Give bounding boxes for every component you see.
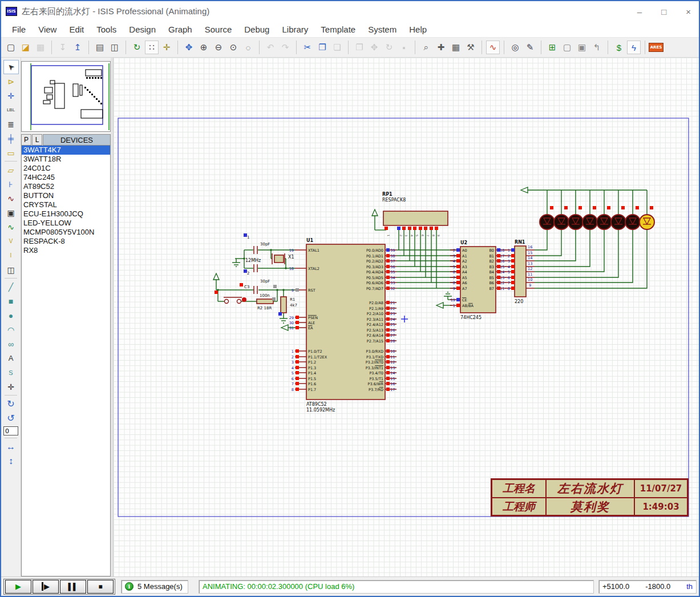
paste-icon: ❏ [330,41,344,54]
stop-button[interactable]: ■ [87,580,114,594]
make-device-icon[interactable]: ✚ [434,41,448,54]
maximize-button[interactable]: □ [661,7,666,17]
subcircuit-tool-icon[interactable]: ▭ [3,146,19,160]
2d-box-tool-icon[interactable]: ■ [3,294,19,308]
2d-circle-tool-icon[interactable]: ● [3,308,19,322]
design-explorer-icon[interactable]: ⊞ [545,41,559,54]
zoom-area-icon[interactable]: ◌ [241,41,255,54]
menu-item-file[interactable]: File [6,22,32,37]
pause-button[interactable]: ▌▌ [60,580,86,594]
device-list-item[interactable]: CRYSTAL [22,200,110,209]
zoom-all-icon[interactable]: ⊙ [226,41,240,54]
svg-text:10: 10 [390,349,395,354]
svg-text:6: 6 [453,270,455,275]
pan-icon[interactable]: ✥ [182,41,196,54]
erc-icon[interactable]: ϟ [627,41,641,54]
flip-horizontal-icon[interactable]: ↔ [3,439,19,454]
menu-item-tools[interactable]: Tools [90,22,123,37]
schematic-canvas[interactable]: U1AT89C5211.0592MHzXTAL119XTAL218RST9PSE… [114,58,699,576]
device-pin-tool-icon[interactable]: ⊦ [3,177,19,191]
2d-text-tool-icon[interactable]: A [3,351,19,365]
step-button[interactable]: ▶ [33,580,59,594]
component-tool-icon[interactable]: ⊳ [3,74,19,88]
device-list-item[interactable]: AT89C52 [22,182,110,191]
2d-symbol-tool-icon[interactable]: S [3,365,19,380]
2d-path-tool-icon[interactable]: ∞ [3,337,19,351]
device-list-item[interactable]: RX8 [22,246,110,255]
bill-of-materials-icon[interactable]: $ [612,41,626,54]
toggle-grid-icon[interactable]: ∷ [145,41,159,54]
graph-tool-icon[interactable]: ∿ [3,191,19,205]
device-list-item[interactable]: ECU-E1H300JCQ [22,209,110,219]
rotate-ccw-icon[interactable]: ↺ [3,411,19,425]
wire-autorouter-icon[interactable]: ∿ [486,41,500,54]
menu-item-template[interactable]: Template [314,22,362,37]
terminal-tool-icon[interactable]: ▱ [3,163,19,177]
zoom-out-icon[interactable]: ⊖ [212,41,225,54]
new-sheet-icon[interactable]: ▢ [560,41,574,54]
remove-sheet-icon[interactable]: ▣ [575,41,589,54]
current-probe-tool-icon[interactable]: I [3,248,19,263]
property-assignment-icon[interactable]: ✎ [523,41,537,54]
component-rn1[interactable]: RN122012345678 [505,240,526,304]
menu-item-system[interactable]: System [362,22,403,37]
component-u1[interactable]: U1AT89C5211.0592MHzXTAL119XTAL218RST9PSE… [289,238,396,413]
flip-vertical-icon[interactable]: ↕ [3,454,19,468]
play-button[interactable]: ▶ [5,580,31,594]
new-file-icon[interactable]: ▢ [4,41,18,54]
origin-icon[interactable]: ✛ [160,41,173,54]
message-counter[interactable]: i 5 Message(s) [121,580,188,594]
menu-item-view[interactable]: View [32,22,63,37]
2d-arc-tool-icon[interactable]: ◠ [3,322,19,337]
print-icon[interactable]: ▤ [93,41,107,54]
2d-line-tool-icon[interactable]: ╱ [3,280,19,294]
2d-marker-tool-icon[interactable]: ✛ [3,380,19,394]
menu-item-graph[interactable]: Graph [162,22,199,37]
export-section-icon[interactable]: ↥ [71,41,84,54]
zoom-in-icon[interactable]: ⊕ [197,41,211,54]
packaging-tool-icon[interactable]: ▦ [449,41,463,54]
menu-item-library[interactable]: Library [276,22,314,37]
open-file-icon[interactable]: ◪ [19,41,33,54]
menu-item-edit[interactable]: Edit [63,22,90,37]
rotate-cw-icon[interactable]: ↻ [3,397,19,411]
device-list-item[interactable]: MCMP0805Y5V100N [22,228,110,237]
menu-item-design[interactable]: Design [123,22,162,37]
menu-item-debug[interactable]: Debug [238,22,276,37]
decompose-icon[interactable]: ⚒ [464,41,478,54]
mark-output-area-icon[interactable]: ◫ [108,41,122,54]
device-list-item[interactable]: 74HC245 [22,173,110,182]
redraw-icon[interactable]: ↻ [130,41,144,54]
close-button[interactable]: × [686,7,691,17]
menu-item-help[interactable]: Help [403,22,433,37]
engineer-value: 莫利奖 [546,498,634,515]
search-tag-icon[interactable]: ◎ [508,41,522,54]
text-script-tool-icon[interactable]: ≣ [3,117,19,131]
device-list-item[interactable]: RESPACK-8 [22,237,110,246]
minimize-button[interactable]: – [637,7,642,17]
generator-tool-icon[interactable]: ∿ [3,220,19,234]
bus-tool-icon[interactable]: ╪ [3,131,19,146]
device-list-item[interactable]: LED-YELLOW [22,219,110,228]
tape-recorder-tool-icon[interactable]: ▣ [3,205,19,220]
component-u2[interactable]: U274HC245A02A13A24A35A46A57A68A79CE19AB/… [450,240,506,320]
virtual-instrument-tool-icon[interactable]: ◫ [3,263,19,277]
cut-icon[interactable]: ✂ [301,41,314,54]
rotation-angle-input[interactable] [3,426,18,435]
copy-icon[interactable]: ❐ [315,41,329,54]
pick-device-icon[interactable]: ⌕ [419,41,433,54]
pick-devices-button[interactable]: P [21,134,31,146]
junction-dot-tool-icon[interactable]: ✛ [3,88,19,103]
netlist-to-ares-icon[interactable]: ARES [649,41,663,54]
selection-tool-icon[interactable]: ➤ [3,60,19,74]
device-list-item[interactable]: 3WATT4K7 [22,146,110,155]
schematic-overview-minimap[interactable] [21,61,111,132]
menu-item-source[interactable]: Source [199,22,238,37]
device-list-item[interactable]: 3WATT18R [22,155,110,164]
library-button[interactable]: L [32,134,42,146]
goto-sheet-icon[interactable]: ↰ [590,41,604,54]
device-list-item[interactable]: BUTTON [22,191,110,200]
device-list-item[interactable]: 24C01C [22,164,110,173]
wire-label-tool-icon[interactable]: LBL [3,103,19,117]
voltage-probe-tool-icon[interactable]: V [3,234,19,248]
